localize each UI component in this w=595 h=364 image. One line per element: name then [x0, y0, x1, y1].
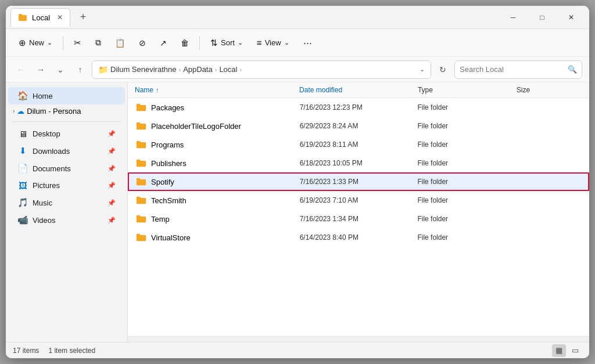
folder-icon	[136, 232, 146, 243]
view-label: View	[265, 38, 281, 47]
status-bar: 17 items 1 item selected ▦ ▭	[6, 342, 589, 358]
back-button[interactable]: ←	[13, 62, 29, 78]
minimize-button[interactable]: ─	[500, 8, 526, 27]
new-button[interactable]: ⊕ New ⌄	[13, 33, 58, 53]
sidebar-music-label: Music	[33, 199, 52, 207]
file-date: 6/18/2023 10:05 PM	[300, 159, 418, 167]
folder-icon	[136, 158, 146, 168]
maximize-button[interactable]: □	[529, 8, 555, 27]
sidebar-item-music[interactable]: 🎵 Music 📌	[8, 194, 125, 211]
paste-button[interactable]: 📋	[109, 33, 131, 53]
new-tab-button[interactable]: +	[75, 9, 91, 26]
file-date: 7/16/2023 1:34 PM	[300, 215, 418, 223]
file-name: TechSmith	[151, 196, 187, 205]
table-row[interactable]: PlaceholderTileLogoFolder 6/29/2023 8:24…	[128, 117, 589, 135]
copy-button[interactable]: ⧉	[89, 33, 107, 53]
rename-icon: ⊘	[139, 38, 146, 48]
file-name: Publishers	[151, 159, 187, 168]
recent-button[interactable]: ⌄	[52, 62, 69, 78]
sidebar-divider	[13, 121, 120, 122]
table-row[interactable]: Packages 7/16/2023 12:23 PM File folder	[128, 98, 589, 117]
sidebar-item-onedrive[interactable]: › ☁ Dilum - Persona	[8, 104, 125, 118]
file-type: File folder	[417, 159, 515, 167]
sort-up-icon: ↑	[156, 87, 159, 93]
folder-icon	[136, 195, 146, 206]
table-row[interactable]: VirtualStore 6/14/2023 8:40 PM File fold…	[128, 228, 589, 247]
col-header-date[interactable]: Date modified	[299, 86, 418, 94]
horizontal-scrollbar[interactable]	[128, 336, 589, 342]
share-icon: ↗	[160, 38, 167, 48]
breadcrumb-segment-2: AppData	[183, 65, 213, 74]
folder-icon	[136, 102, 146, 113]
file-rows-container: Packages 7/16/2023 12:23 PM File folder …	[128, 98, 589, 247]
folder-icon	[136, 139, 146, 150]
pictures-pin-icon: 📌	[107, 182, 116, 189]
breadcrumb-separator-2: ›	[215, 66, 217, 73]
file-name: Temp	[151, 215, 170, 224]
home-icon: 🏠	[17, 91, 28, 101]
detail-view-button[interactable]: ▦	[552, 344, 566, 357]
table-row[interactable]: Spotify 7/16/2023 1:33 PM File folder	[128, 172, 589, 191]
more-icon: ⋯	[303, 38, 312, 48]
sort-icon: ⇅	[210, 38, 218, 48]
documents-icon: 📄	[17, 163, 28, 174]
view-button[interactable]: ≡ View ⌄	[251, 33, 295, 53]
file-name: PlaceholderTileLogoFolder	[151, 122, 241, 131]
file-type: File folder	[417, 196, 515, 204]
delete-button[interactable]: 🗑	[175, 33, 195, 53]
close-button[interactable]: ✕	[558, 8, 585, 27]
sort-button[interactable]: ⇅ Sort ⌄	[205, 33, 249, 53]
folder-icon	[136, 121, 146, 131]
file-explorer-window: Local ✕ + ─ □ ✕ ⊕ New ⌄ ✂ ⧉ 📋 ⊘ ↗	[6, 6, 589, 358]
file-type: File folder	[417, 233, 515, 242]
sidebar-item-documents[interactable]: 📄 Documents 📌	[8, 160, 125, 177]
pictures-icon: 🖼	[17, 181, 28, 190]
col-header-name[interactable]: Name ↑	[135, 86, 299, 94]
file-table: Name ↑ Date modified Type Size Packages …	[128, 82, 589, 336]
address-bar: ← → ⌄ ↑ 📁 Dilum Senevirathne › AppData ›…	[6, 57, 589, 82]
sidebar-item-home[interactable]: 🏠 Home	[8, 87, 125, 104]
table-row[interactable]: TechSmith 6/19/2023 7:10 AM File folder	[128, 191, 589, 210]
table-row[interactable]: Publishers 6/18/2023 10:05 PM File folde…	[128, 154, 589, 172]
more-options-button[interactable]: ⋯	[298, 33, 318, 53]
share-button[interactable]: ↗	[154, 33, 173, 53]
rename-button[interactable]: ⊘	[133, 33, 152, 53]
folder-icon	[136, 176, 146, 187]
view-icon: ≡	[257, 38, 262, 48]
up-button[interactable]: ↑	[72, 62, 88, 78]
sidebar-item-downloads[interactable]: ⬇ Downloads 📌	[8, 142, 125, 160]
sidebar-item-pictures[interactable]: 🖼 Pictures 📌	[8, 177, 125, 194]
view-chevron: ⌄	[284, 39, 289, 46]
column-headers: Name ↑ Date modified Type Size	[128, 82, 589, 98]
file-name: Packages	[151, 103, 184, 112]
file-date: 6/19/2023 8:11 AM	[300, 140, 418, 149]
forward-button[interactable]: →	[33, 62, 49, 78]
tab-title: Local	[32, 13, 50, 22]
music-pin-icon: 📌	[107, 199, 116, 207]
search-input[interactable]	[460, 65, 564, 74]
breadcrumb-separator-3: ›	[239, 66, 242, 73]
videos-pin-icon: 📌	[107, 217, 116, 224]
sort-chevron: ⌄	[238, 39, 243, 46]
sidebar: 🏠 Home › ☁ Dilum - Persona 🖥 Desktop 📌 ⬇…	[6, 82, 128, 342]
search-box[interactable]: 🔍	[454, 60, 582, 79]
sidebar-item-desktop[interactable]: 🖥 Desktop 📌	[8, 125, 125, 142]
breadcrumb-segment-3: Local	[219, 65, 237, 74]
file-date: 7/16/2023 12:23 PM	[300, 103, 418, 111]
refresh-button[interactable]: ↻	[435, 62, 451, 78]
tab-local[interactable]: Local ✕	[10, 8, 70, 27]
file-type: File folder	[417, 140, 515, 149]
toolbar-separator-1	[63, 36, 63, 50]
sidebar-item-videos[interactable]: 📹 Videos 📌	[8, 211, 125, 229]
breadcrumb-expand-button[interactable]: ⌄	[420, 66, 425, 73]
cut-button[interactable]: ✂	[68, 33, 87, 53]
downloads-icon: ⬇	[17, 146, 28, 156]
breadcrumb[interactable]: 📁 Dilum Senevirathne › AppData › Local ›…	[92, 60, 431, 79]
tab-close-button[interactable]: ✕	[57, 13, 63, 21]
file-date: 6/14/2023 8:40 PM	[300, 233, 418, 242]
large-icon-view-button[interactable]: ▭	[568, 344, 582, 357]
table-row[interactable]: Temp 7/16/2023 1:34 PM File folder	[128, 210, 589, 228]
copy-icon: ⧉	[95, 38, 101, 48]
table-row[interactable]: Programs 6/19/2023 8:11 AM File folder	[128, 135, 589, 154]
sort-label: Sort	[221, 38, 235, 47]
